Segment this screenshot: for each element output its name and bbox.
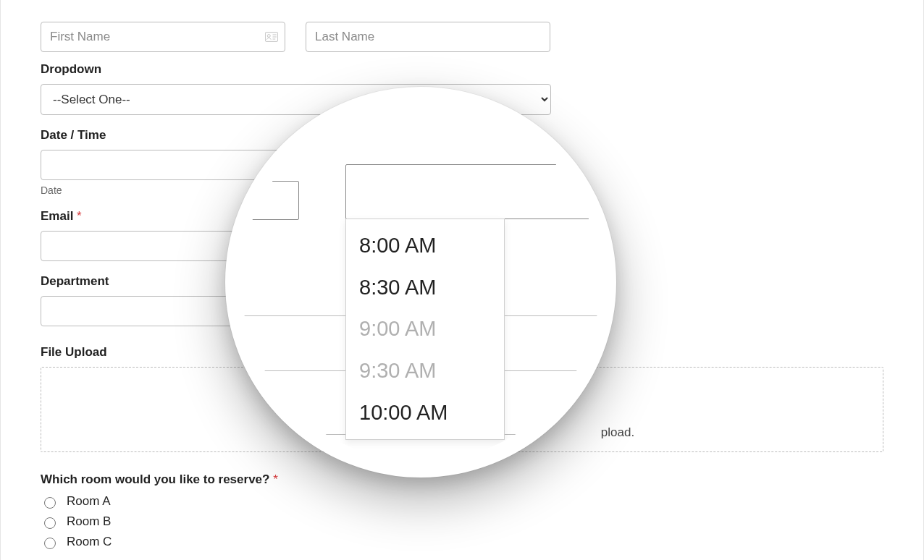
datetime-label: Date / Time [41, 128, 551, 143]
room-field: Which room would you like to reserve? * … [41, 472, 883, 549]
email-label-text: Email [41, 209, 73, 223]
file-dropzone[interactable]: pload. [41, 367, 883, 452]
name-row [41, 22, 883, 52]
required-mark: * [273, 472, 278, 486]
dropdown-select[interactable]: --Select One-- [41, 84, 551, 115]
email-label: Email * [41, 209, 551, 224]
department-field: Department [41, 274, 551, 326]
datetime-field: Date / Time Date [41, 128, 551, 196]
room-option-a-row: Room A [41, 494, 883, 509]
dropdown-label: Dropdown [41, 62, 551, 77]
room-option-a-label: Room A [67, 494, 110, 509]
file-label: File Upload [41, 345, 883, 360]
room-label: Which room would you like to reserve? * [41, 472, 883, 487]
id-card-icon [265, 32, 278, 42]
file-drop-hint: pload. [290, 425, 634, 440]
file-field: File Upload pload. [41, 345, 883, 452]
last-name-input[interactable] [306, 22, 550, 52]
time-input[interactable] [305, 150, 552, 180]
email-field: Email * [41, 209, 551, 261]
department-input[interactable] [41, 296, 551, 326]
required-mark: * [77, 209, 82, 223]
email-input[interactable] [41, 231, 551, 261]
room-radio-b[interactable] [44, 517, 56, 529]
svg-point-1 [267, 35, 270, 38]
room-radio-a[interactable] [44, 497, 56, 509]
room-label-text: Which room would you like to reserve? [41, 472, 269, 486]
room-option-c-row: Room C [41, 535, 883, 549]
room-option-c-label: Room C [67, 535, 112, 549]
form-page: Dropdown --Select One-- Date / Time Date… [0, 0, 924, 560]
department-label: Department [41, 274, 551, 289]
date-sublabel: Date [41, 184, 287, 196]
dropdown-field: Dropdown --Select One-- [41, 62, 551, 115]
first-name-wrap [41, 22, 285, 52]
room-option-b-row: Room B [41, 514, 883, 529]
room-radio-c[interactable] [44, 538, 56, 549]
first-name-input[interactable] [41, 22, 285, 52]
last-name-wrap [306, 22, 550, 52]
room-option-b-label: Room B [67, 514, 111, 529]
date-input[interactable] [41, 150, 287, 180]
